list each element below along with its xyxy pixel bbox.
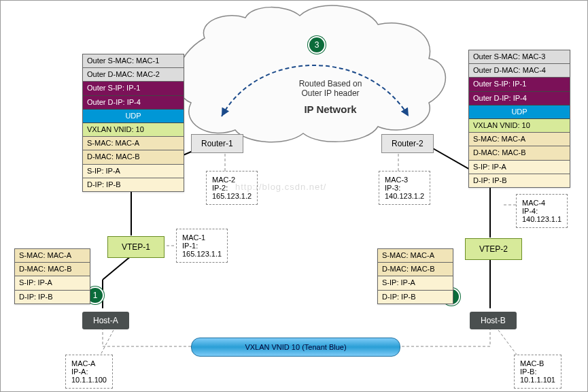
- v2-mac: MAC-4: [522, 199, 561, 207]
- info-router2: MAC-3 IP-3: 140.123.1.2: [379, 171, 430, 205]
- pkt5-smac: S-MAC: MAC-A: [378, 249, 453, 263]
- hb-iplabel: IP-B:: [520, 368, 555, 376]
- ha-mac: MAC-A: [71, 359, 107, 368]
- pkt4-sip: S-IP: IP-A: [469, 161, 570, 174]
- ha-ip: 10.1.1.100: [71, 376, 107, 384]
- pkt1-dip: D-IP: IP-B: [15, 291, 90, 304]
- packet-5: S-MAC: MAC-A D-MAC: MAC-B S-IP: IP-A D-I…: [377, 248, 453, 304]
- pkt4-dmac: D-MAC: MAC-B: [469, 146, 570, 160]
- pkt4-dip: D-IP: IP-B: [469, 174, 570, 187]
- info-host-a: MAC-A IP-A: 10.1.1.100: [65, 355, 113, 389]
- pkt4-osmac: Outer S-MAC: MAC-3: [469, 50, 570, 64]
- pkt2-smac: S-MAC: MAC-A: [83, 137, 184, 150]
- packet-2: Outer S-MAC: MAC-1 Outer D-MAC: MAC-2 Ou…: [82, 54, 184, 192]
- r2-iplabel: IP-3:: [385, 184, 424, 192]
- info-vtep2: MAC-4 IP-4: 140.123.1.1: [516, 194, 568, 228]
- diagram-canvas: Routed Based on Outer IP header IP Netwo…: [0, 0, 588, 392]
- packet-4: Outer S-MAC: MAC-3 Outer D-MAC: MAC-4 Ou…: [468, 50, 570, 188]
- packet-1: S-MAC: MAC-A D-MAC: MAC-B S-IP: IP-A D-I…: [14, 248, 90, 304]
- pkt4-odip: Outer D-IP: IP-4: [469, 92, 570, 105]
- host-a: Host-A: [82, 312, 129, 329]
- pkt2-udp: UDP: [83, 110, 184, 123]
- v1-mac: MAC-1: [182, 233, 222, 242]
- router-1: Router-1: [191, 134, 243, 153]
- pkt4-odmac: Outer D-MAC: MAC-4: [469, 64, 570, 78]
- pkt2-osmac: Outer S-MAC: MAC-1: [83, 54, 184, 68]
- pkt1-dmac: D-MAC: MAC-B: [15, 263, 90, 276]
- pkt2-sip: S-IP: IP-A: [83, 165, 184, 178]
- pkt1-sip: S-IP: IP-A: [15, 276, 90, 290]
- hb-mac: MAC-B: [520, 359, 555, 368]
- ha-iplabel: IP-A:: [71, 368, 107, 376]
- pkt4-osip: Outer S-IP: IP-1: [469, 78, 570, 91]
- pkt2-vnid: VXLAN VNID: 10: [83, 123, 184, 137]
- cloud-route-text: Routed Based on Outer IP header: [269, 79, 392, 98]
- info-host-b: MAC-B IP-B: 10.1.1.101: [514, 355, 561, 389]
- pkt4-udp: UDP: [469, 105, 570, 119]
- pkt5-dip: D-IP: IP-B: [378, 291, 453, 304]
- pkt5-dmac: D-MAC: MAC-B: [378, 263, 453, 276]
- pkt2-osip: Outer S-IP: IP-1: [83, 82, 184, 95]
- info-vtep1: MAC-1 IP-1: 165.123.1.1: [176, 229, 228, 263]
- pkt2-odmac: Outer D-MAC: MAC-2: [83, 68, 184, 82]
- r2-ip: 140.123.1.2: [385, 192, 424, 200]
- pkt4-vnid: VXLAN VNID: 10: [469, 119, 570, 133]
- pkt5-sip: S-IP: IP-A: [378, 276, 453, 290]
- pkt2-dmac: D-MAC: MAC-B: [83, 150, 184, 164]
- v2-ip: 140.123.1.1: [522, 215, 561, 223]
- r1-ip: 165.123.1.2: [212, 192, 252, 200]
- vtep-2: VTEP-2: [465, 238, 522, 260]
- pkt2-odip: Outer D-IP: IP-4: [83, 96, 184, 110]
- watermark: http://blog.csdn.net/: [235, 182, 326, 192]
- step-3: 3: [308, 36, 326, 54]
- v1-ip: 165.123.1.1: [182, 250, 222, 258]
- router-2: Router-2: [381, 134, 434, 153]
- v2-iplabel: IP-4:: [522, 207, 561, 215]
- hb-ip: 10.1.1.101: [520, 376, 555, 384]
- svg-line-5: [103, 256, 131, 280]
- pkt4-smac: S-MAC: MAC-A: [469, 133, 570, 146]
- v1-iplabel: IP-1:: [182, 242, 222, 250]
- pkt2-dip: D-IP: IP-B: [83, 178, 184, 191]
- cloud-label: IP Network: [269, 103, 392, 115]
- cloud-text: Routed Based on Outer IP header IP Netwo…: [269, 79, 392, 115]
- host-b: Host-B: [470, 312, 517, 329]
- pkt1-smac: S-MAC: MAC-A: [15, 249, 90, 263]
- vtep-1: VTEP-1: [107, 236, 165, 258]
- r2-mac: MAC-3: [385, 176, 424, 184]
- vxlan-pipe: VXLAN VNID 10 (Tenant Blue): [191, 338, 400, 357]
